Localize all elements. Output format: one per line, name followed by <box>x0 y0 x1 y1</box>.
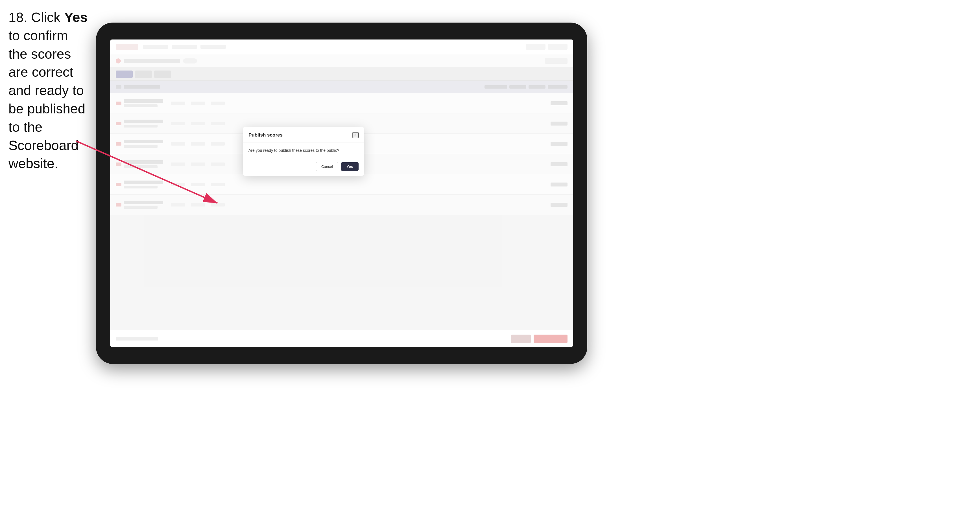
modal-overlay <box>110 40 573 347</box>
instruction-text-part2: to confirm the scores are correct and re… <box>8 28 85 171</box>
dialog-message: Are you ready to publish these scores to… <box>248 148 359 154</box>
instruction-text-part1: Click <box>27 10 64 25</box>
dialog-header: Publish scores × <box>243 127 364 143</box>
dialog-body: Are you ready to publish these scores to… <box>243 143 364 159</box>
cancel-button[interactable]: Cancel <box>316 162 338 171</box>
tablet-device: Publish scores × Are you ready to publis… <box>96 22 587 364</box>
step-number: 18. <box>8 10 27 25</box>
dialog-footer: Cancel Yes <box>243 159 364 176</box>
dialog-close-button[interactable]: × <box>352 132 359 138</box>
instruction-text: 18. Click Yes to confirm the scores are … <box>8 8 90 173</box>
instruction-bold-word: Yes <box>64 10 88 25</box>
publish-scores-dialog: Publish scores × Are you ready to publis… <box>243 127 364 176</box>
tablet-screen: Publish scores × Are you ready to publis… <box>110 40 573 347</box>
dialog-title: Publish scores <box>248 132 283 138</box>
yes-button[interactable]: Yes <box>341 162 359 171</box>
